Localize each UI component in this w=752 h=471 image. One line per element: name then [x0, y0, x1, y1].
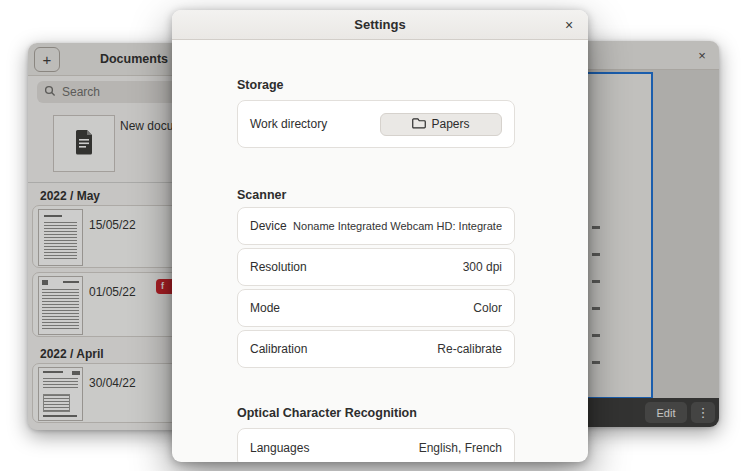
row-label: Resolution [250, 260, 307, 274]
row-label: Mode [250, 301, 280, 315]
settings-headerbar: Settings × [172, 10, 588, 40]
section-header-storage: Storage [237, 78, 284, 92]
work-directory-label: Work directory [250, 117, 327, 131]
section-header-scanner: Scanner [237, 188, 286, 202]
close-icon[interactable]: × [560, 16, 578, 34]
row-value: Noname Integrated Webcam HD: Integrate [293, 220, 502, 232]
row-label: Languages [250, 441, 309, 455]
row-label: Calibration [250, 342, 307, 356]
work-directory-button[interactable]: Papers [380, 113, 502, 136]
row-value: Re-calibrate [437, 342, 502, 356]
settings-dialog: Settings × Storage Work directory Papers… [172, 10, 588, 462]
row-value: Color [473, 301, 502, 315]
row-value: English, French [419, 441, 502, 455]
row-label: Device [250, 219, 287, 233]
section-header-ocr: Optical Character Recognition [237, 406, 417, 420]
settings-dialog-title: Settings [172, 10, 588, 40]
folder-icon [412, 117, 426, 132]
scanner-calibration-row[interactable]: Calibration Re-calibrate [237, 330, 515, 368]
scanner-device-row[interactable]: Device Noname Integrated Webcam HD: Inte… [237, 207, 515, 245]
ocr-languages-row[interactable]: Languages English, French [237, 428, 515, 462]
row-value: 300 dpi [463, 260, 502, 274]
scanner-mode-row[interactable]: Mode Color [237, 289, 515, 327]
work-directory-row: Work directory Papers [237, 100, 515, 148]
scanner-resolution-row[interactable]: Resolution 300 dpi [237, 248, 515, 286]
work-directory-button-label: Papers [431, 117, 469, 131]
